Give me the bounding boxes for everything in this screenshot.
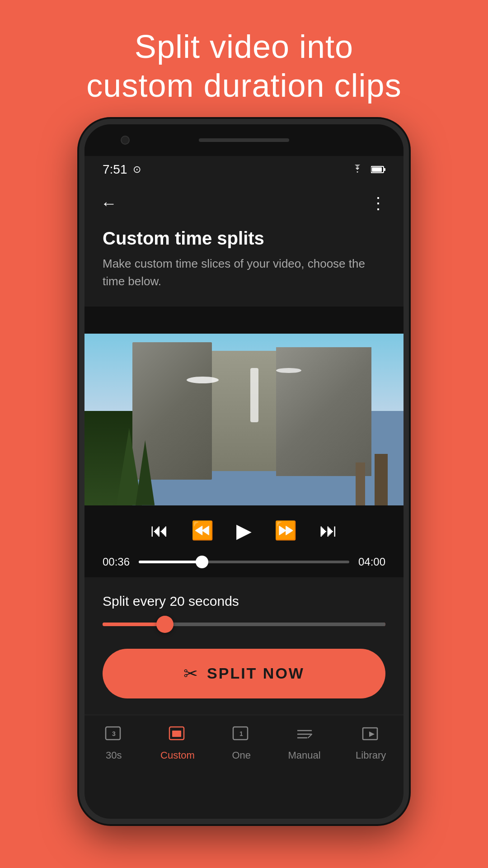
nav-label-one: One bbox=[232, 750, 251, 761]
nav-item-custom[interactable]: Custom bbox=[160, 722, 195, 761]
svg-marker-14 bbox=[369, 731, 375, 737]
seek-bar-row: 00:36 04:00 bbox=[103, 556, 385, 568]
skip-end-button[interactable]: ⏭ bbox=[319, 520, 338, 541]
split-now-button[interactable]: ✂ SPLIT NOW bbox=[103, 649, 385, 698]
front-camera bbox=[121, 136, 130, 145]
back-button[interactable]: ← bbox=[101, 194, 117, 213]
video-controls: ⏮ ⏪ ▶ ⏩ ⏭ 00:36 04:00 bbox=[84, 505, 404, 577]
phone-notch bbox=[84, 124, 404, 156]
seek-bar[interactable] bbox=[139, 561, 349, 563]
svg-rect-1 bbox=[384, 168, 385, 171]
rewind-button[interactable]: ⏪ bbox=[191, 520, 214, 541]
split-slider-fill bbox=[103, 623, 165, 626]
nav-label-custom: Custom bbox=[160, 750, 195, 761]
status-bar: 7:51 ⊙ bbox=[84, 156, 404, 183]
speaker bbox=[199, 138, 289, 142]
app-bar: ← ⋮ bbox=[84, 183, 404, 224]
phone-shell: 7:51 ⊙ ← ⋮ Custom time splits Make custo… bbox=[79, 119, 409, 824]
wifi-icon bbox=[350, 165, 365, 175]
nav-label-30s: 30s bbox=[106, 750, 122, 761]
total-time: 04:00 bbox=[358, 556, 385, 568]
svg-text:1: 1 bbox=[239, 730, 243, 737]
nav-label-library: Library bbox=[356, 750, 386, 761]
svg-rect-2 bbox=[372, 167, 382, 172]
seek-thumb[interactable] bbox=[196, 556, 208, 568]
power-button bbox=[407, 305, 409, 355]
nav-icon-custom bbox=[166, 722, 189, 746]
split-label: Split every 20 seconds bbox=[103, 594, 385, 609]
battery-icon bbox=[371, 165, 385, 174]
nav-item-library[interactable]: Library bbox=[356, 722, 386, 761]
nav-icon-library bbox=[359, 722, 383, 746]
seek-progress bbox=[139, 561, 202, 563]
svg-rect-6 bbox=[172, 731, 181, 737]
nav-item-30s[interactable]: 3 30s bbox=[102, 722, 126, 761]
nav-label-manual: Manual bbox=[288, 750, 321, 761]
split-slider-track bbox=[165, 623, 385, 626]
nav-icon-30s: 3 bbox=[102, 722, 126, 746]
split-slider-thumb[interactable] bbox=[156, 616, 174, 633]
nav-icon-manual bbox=[293, 722, 316, 746]
video-padding bbox=[84, 307, 404, 334]
header-section: Custom time splits Make custom time slic… bbox=[84, 224, 404, 307]
video-area: ⏮ ⏪ ▶ ⏩ ⏭ 00:36 04:00 bbox=[84, 307, 404, 577]
page-title: Custom time splits bbox=[103, 228, 385, 249]
bottom-nav: 3 30s Custom 1 One bbox=[84, 715, 404, 774]
svg-text:3: 3 bbox=[112, 730, 116, 737]
fast-forward-button[interactable]: ⏩ bbox=[274, 520, 297, 541]
playback-buttons: ⏮ ⏪ ▶ ⏩ ⏭ bbox=[103, 519, 385, 542]
split-now-label: SPLIT NOW bbox=[207, 665, 305, 682]
status-time: 7:51 bbox=[103, 162, 127, 177]
page-subtitle: Make custom time slices of your video, c… bbox=[103, 255, 385, 290]
volume-buttons bbox=[79, 260, 81, 341]
split-section: Split every 20 seconds ✂ SPLIT NOW bbox=[84, 577, 404, 715]
nav-item-manual[interactable]: Manual bbox=[288, 722, 321, 761]
more-options-button[interactable]: ⋮ bbox=[370, 194, 387, 213]
sync-icon: ⊙ bbox=[133, 164, 141, 175]
nav-item-one[interactable]: 1 One bbox=[230, 722, 253, 761]
video-scene bbox=[84, 334, 404, 505]
video-thumbnail[interactable] bbox=[84, 334, 404, 505]
nav-icon-one: 1 bbox=[230, 722, 253, 746]
waterfall-element bbox=[250, 368, 258, 422]
split-slider[interactable] bbox=[103, 623, 385, 626]
current-time: 00:36 bbox=[103, 556, 130, 568]
skip-start-button[interactable]: ⏮ bbox=[150, 520, 169, 541]
play-button[interactable]: ▶ bbox=[236, 519, 252, 542]
scissors-icon: ✂ bbox=[183, 664, 198, 684]
hero-text: Split video into custom duration clips bbox=[86, 27, 401, 105]
